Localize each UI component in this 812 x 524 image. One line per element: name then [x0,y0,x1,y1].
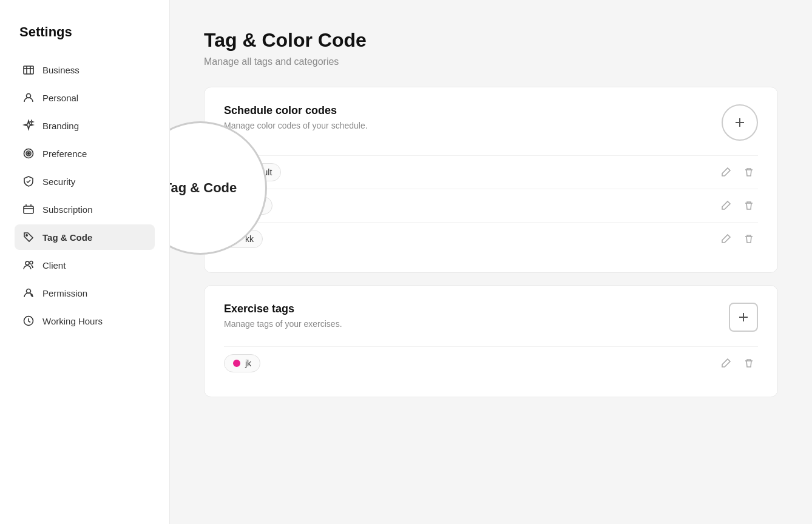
svg-rect-0 [24,66,33,74]
tag-label-kk: kk [245,234,254,244]
delete-jk-button[interactable] [740,354,758,372]
color-dot-kk [233,235,240,243]
sidebar-title: Settings [15,24,155,40]
client-icon [22,258,35,272]
schedule-color-codes-card: Schedule color codes Manage color codes … [204,87,778,273]
edit-okay-button[interactable] [717,196,735,215]
tag-row-kk: kk [224,222,758,255]
svg-point-10 [25,261,29,265]
shield-icon [22,175,35,188]
sidebar-item-label: Personal [42,93,78,103]
tag-row-okay: okay [224,189,758,222]
tag-row-default: Default [224,155,758,189]
tag-row-jk: jk [224,346,758,380]
sidebar: Settings Business Personal Branding [0,0,170,524]
main-content: Tag & Code Tag & Color Code Manage all t… [170,0,812,524]
sidebar-item-client[interactable]: Client [15,252,155,278]
tag-badge-okay: okay [224,196,272,215]
exercise-card-title: Exercise tags [224,303,342,315]
svg-point-7 [28,153,30,155]
tag-label-jk: jk [245,358,251,368]
sidebar-item-label: Subscription [42,204,93,215]
page-title: Tag & Color Code [204,29,778,52]
color-dot-default [233,169,240,176]
svg-point-11 [30,261,33,264]
sparkle-icon [22,119,35,132]
sidebar-item-subscription[interactable]: Subscription [15,196,155,222]
card-info: Schedule color codes Manage color codes … [224,104,368,130]
sidebar-item-business[interactable]: Business [15,57,155,82]
sidebar-item-permission[interactable]: Permission [15,280,155,306]
tag-actions-okay [717,196,758,215]
person-icon [22,91,35,104]
tag-actions-default [717,163,758,181]
exercise-card-description: Manage tags of your exercises. [224,319,342,329]
svg-rect-8 [24,206,33,213]
sidebar-item-personal[interactable]: Personal [15,85,155,110]
add-exercise-tag-button[interactable] [729,303,758,332]
sidebar-item-label: Security [42,176,75,187]
card-header: Schedule color codes Manage color codes … [224,104,758,141]
clock-icon [22,314,35,328]
delete-default-button[interactable] [740,163,758,181]
sidebar-item-label: Working Hours [42,316,103,326]
tag-badge-default: Default [224,163,281,181]
delete-kk-button[interactable] [740,230,758,248]
subscription-icon [22,203,35,216]
sidebar-item-label: Client [42,260,66,270]
sidebar-item-working-hours[interactable]: Working Hours [15,308,155,334]
building-icon [22,63,35,76]
edit-kk-button[interactable] [717,230,735,248]
tag-badge-jk: jk [224,354,260,372]
color-dot-jk [233,360,240,367]
tag-label-okay: okay [245,201,263,210]
edit-default-button[interactable] [717,163,735,181]
page-subtitle: Manage all tags and categories [204,56,778,67]
svg-point-9 [26,235,27,236]
exercise-tags-card: Exercise tags Manage tags of your exerci… [204,285,778,397]
sidebar-item-label: Tag & Code [42,232,92,243]
tag-actions-kk [717,230,758,248]
sidebar-item-branding[interactable]: Branding [15,113,155,138]
svg-point-13 [31,294,32,295]
card-title: Schedule color codes [224,104,368,117]
tag-icon [22,230,35,244]
delete-okay-button[interactable] [740,196,758,215]
sidebar-item-label: Preference [42,149,87,159]
exercise-card-info: Exercise tags Manage tags of your exerci… [224,303,342,329]
sidebar-item-security[interactable]: Security [15,169,155,194]
tag-actions-jk [717,354,758,372]
edit-jk-button[interactable] [717,354,735,372]
permission-icon [22,286,35,300]
sidebar-item-preference[interactable]: Preference [15,141,155,166]
sidebar-item-label: Permission [42,288,87,298]
card-description: Manage color codes of your schedule. [224,121,368,130]
tag-label-default: Default [245,167,272,177]
color-dot-okay [233,202,240,209]
sidebar-item-label: Branding [42,121,79,131]
sidebar-item-tag-code[interactable]: Tag & Code [15,224,155,250]
tag-badge-kk: kk [224,230,263,248]
target-icon [22,147,35,160]
sidebar-item-label: Business [42,65,80,75]
exercise-card-header: Exercise tags Manage tags of your exerci… [224,303,758,332]
add-schedule-color-button[interactable] [722,104,758,141]
